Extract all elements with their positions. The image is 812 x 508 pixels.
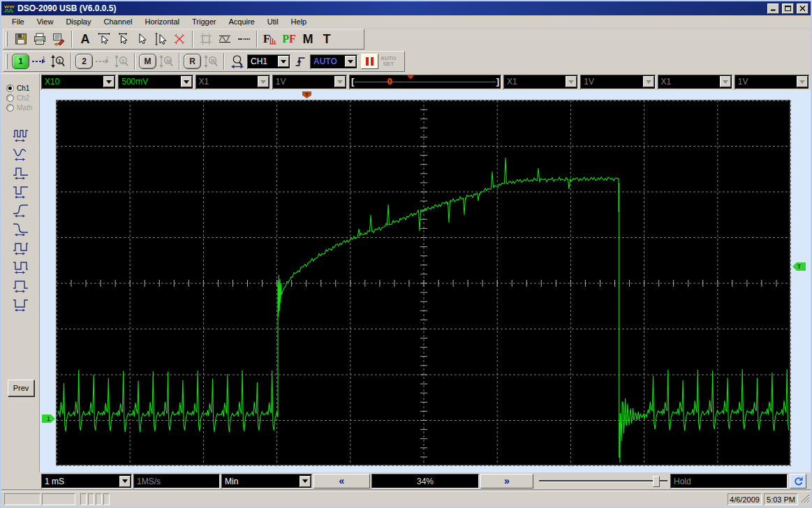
channel2-vzoom-icon: 2 — [114, 54, 129, 68]
delete-cursors-button[interactable] — [170, 30, 189, 48]
buffer-position-slider[interactable] — [538, 474, 669, 488]
ch1-attenuation-select[interactable]: X10 — [41, 75, 116, 89]
dropdown-arrow-icon[interactable] — [119, 476, 131, 487]
rise-time-measure-button[interactable] — [8, 201, 33, 218]
channel1-level-marker[interactable]: 1 — [42, 414, 55, 423]
page-setup-button[interactable] — [50, 30, 68, 48]
resize-grip-icon[interactable] — [801, 493, 810, 506]
trigger-mode-select[interactable]: AUTO — [310, 54, 357, 69]
title-bar: DSO-2090 USB (V6.0.0.5) — [1, 1, 811, 15]
reference-vzoom-button: R — [202, 52, 220, 70]
dropdown-arrow-icon[interactable] — [345, 56, 356, 67]
floppy-disk-icon — [14, 32, 28, 46]
toolbar-grip[interactable] — [6, 31, 8, 47]
channel1-offset-button[interactable]: 1 — [30, 52, 48, 70]
horizontal-cursor-button[interactable] — [95, 30, 113, 48]
horizontal-zoom-button[interactable] — [228, 52, 246, 70]
negative-pulse-width-measure-button[interactable] — [8, 182, 33, 199]
menu-acquire[interactable]: Acquire — [222, 16, 260, 27]
pause-button[interactable] — [361, 54, 378, 69]
frequency-measure-button[interactable] — [8, 126, 33, 142]
fall-time-measure-button[interactable] — [8, 220, 33, 237]
channel2-radio-label: Ch2 — [17, 94, 29, 102]
prev-button[interactable]: Prev — [8, 380, 34, 396]
separator — [192, 31, 193, 47]
hold-label: Hold — [670, 477, 788, 486]
trigger-source-select[interactable]: CH1 — [247, 54, 290, 69]
toolbar-grip[interactable] — [6, 54, 8, 69]
horizontal-cursor2-button[interactable] — [114, 30, 132, 48]
cursor-text-button[interactable]: T — [318, 30, 336, 48]
window-title: DSO-2090 USB (V6.0.0.5) — [17, 3, 765, 13]
menu-util[interactable]: Util — [261, 16, 285, 27]
vertical-cursor-button[interactable] — [152, 30, 170, 48]
select-cursor-button[interactable] — [133, 30, 151, 48]
period-measure-button[interactable] — [8, 144, 33, 161]
menu-trigger[interactable]: Trigger — [186, 16, 222, 27]
separator — [179, 53, 180, 70]
dropdown-arrow-icon[interactable] — [181, 76, 192, 87]
menu-channel[interactable]: Channel — [97, 16, 138, 27]
refresh-button[interactable] — [790, 474, 806, 488]
toolbar-channels: 1 1 1 2 2 2 M M R R CH1 AUTO AUTO SET — [3, 51, 405, 72]
trigger-position-marker[interactable]: T — [302, 91, 311, 98]
text-annotation-button[interactable]: A — [76, 30, 94, 48]
trigger-slope-button[interactable] — [291, 52, 309, 70]
math-enable-button[interactable]: M — [139, 54, 156, 69]
dropdown-arrow-icon[interactable] — [300, 476, 311, 487]
channel1-radio-row[interactable]: Ch1 — [6, 84, 39, 92]
channel1-enable-button[interactable]: 1 — [12, 54, 29, 69]
print-button[interactable] — [31, 30, 49, 48]
close-button[interactable] — [797, 3, 809, 14]
pass-fail-button[interactable]: PF — [280, 30, 298, 48]
channel1-vzoom-button[interactable]: 1 — [49, 52, 67, 70]
dot-display-button[interactable] — [235, 30, 253, 48]
channel1-label: 1 — [18, 57, 23, 66]
reference-enable-button[interactable]: R — [184, 54, 201, 69]
trigger-level-marker[interactable]: T — [792, 262, 806, 271]
slider-track[interactable] — [539, 480, 667, 482]
channel1-radio[interactable] — [6, 84, 14, 92]
ch1-volts-div-select[interactable]: 500mV — [118, 75, 193, 89]
measure-sidebar: Ch1 Ch2 Math Prev — [1, 73, 40, 472]
channel1-radio-label: Ch1 — [17, 84, 29, 92]
channel2-offset-button: 2 — [94, 52, 112, 70]
acquire-mode-select[interactable]: Min — [221, 474, 312, 488]
positive-width-measure-button[interactable] — [8, 276, 33, 293]
menu-help[interactable]: Help — [285, 16, 313, 27]
channel2-enable-button[interactable]: 2 — [75, 54, 93, 69]
save-button[interactable] — [12, 30, 30, 48]
slider-handle[interactable] — [653, 476, 660, 487]
dropdown-arrow-icon — [258, 76, 269, 87]
negative-duty-cycle-measure-button[interactable] — [8, 257, 33, 274]
fft-button[interactable]: F — [261, 30, 279, 48]
menu-horizontal[interactable]: Horizontal — [138, 16, 186, 27]
trigger-position-slider[interactable]: [0] — [349, 75, 501, 89]
dropdown-arrow-icon[interactable] — [103, 76, 115, 87]
math-b-volts-div-select: 1V — [735, 75, 809, 89]
scroll-left-button[interactable]: « — [313, 474, 370, 488]
waveform-display-button[interactable] — [216, 30, 234, 48]
positive-pulse-width-measure-button[interactable] — [8, 163, 33, 180]
acquire-mode-value: Min — [221, 477, 300, 486]
refresh-icon — [793, 476, 804, 486]
time-base-select[interactable]: 1 mS — [41, 474, 132, 488]
sample-rate-value: 1MS/s — [133, 477, 220, 486]
grid-toggle-button — [197, 30, 215, 48]
scroll-right-button[interactable]: » — [480, 474, 533, 488]
trigger-offset-handle[interactable]: 0 — [387, 76, 392, 87]
separator — [256, 31, 258, 47]
svg-text:R: R — [211, 58, 215, 64]
negative-width-measure-button[interactable] — [8, 295, 33, 312]
menu-file[interactable]: File — [6, 16, 31, 27]
minimize-button[interactable] — [767, 3, 779, 14]
positive-duty-cycle-measure-button[interactable] — [8, 239, 33, 255]
measure-button[interactable]: M — [299, 30, 317, 48]
menu-view[interactable]: View — [31, 16, 60, 27]
menu-display[interactable]: Display — [59, 16, 97, 27]
select-value: 1V — [580, 77, 642, 87]
dropdown-arrow-icon[interactable] — [278, 56, 289, 67]
maximize-button[interactable] — [782, 3, 794, 14]
reference-vzoom-icon: R — [203, 54, 219, 68]
math-radio-label: Math — [17, 104, 32, 112]
